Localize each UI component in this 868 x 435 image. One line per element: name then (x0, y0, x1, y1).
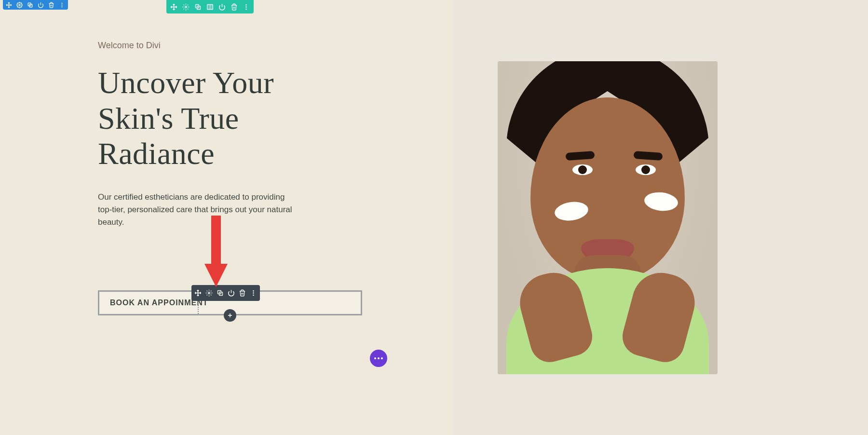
power-icon[interactable] (218, 3, 226, 11)
svg-point-6 (61, 6, 62, 7)
hero-body[interactable]: Our certified estheticians are dedicated… (98, 191, 300, 229)
hero-title[interactable]: Uncover Your Skin's True Radiance (98, 65, 300, 172)
add-module-button[interactable] (224, 309, 236, 322)
trash-icon[interactable] (48, 2, 54, 8)
floating-action-button[interactable] (370, 350, 387, 367)
gear-icon[interactable] (205, 289, 213, 297)
svg-marker-27 (204, 264, 228, 287)
columns-icon[interactable] (206, 3, 214, 11)
more-icon[interactable] (59, 2, 65, 8)
power-icon[interactable] (228, 289, 235, 297)
dot-icon (381, 357, 383, 359)
duplicate-icon[interactable] (194, 3, 202, 11)
svg-point-14 (245, 4, 247, 5)
hero-image[interactable] (498, 61, 718, 374)
svg-point-21 (253, 290, 254, 292)
move-icon[interactable] (170, 3, 177, 11)
power-icon[interactable] (38, 2, 44, 8)
right-column (453, 0, 868, 435)
svg-rect-10 (207, 4, 213, 9)
gear-icon[interactable] (16, 2, 23, 8)
dot-icon (378, 357, 380, 359)
trash-icon[interactable] (239, 289, 246, 297)
svg-point-15 (245, 6, 247, 8)
hero-subtitle[interactable]: Welcome to Divi (98, 41, 300, 51)
more-icon[interactable] (243, 3, 250, 11)
hero-content: Welcome to Divi Uncover Your Skin's True… (98, 41, 300, 229)
svg-point-0 (19, 4, 20, 5)
left-column: Welcome to Divi Uncover Your Skin's True… (0, 0, 453, 435)
gear-icon[interactable] (182, 3, 190, 11)
dot-icon (374, 357, 376, 359)
svg-point-4 (61, 2, 62, 3)
section-toolbar (3, 0, 68, 10)
move-icon[interactable] (6, 2, 12, 8)
move-icon[interactable] (194, 289, 202, 297)
svg-point-23 (253, 295, 254, 296)
svg-point-16 (245, 8, 247, 10)
svg-point-17 (208, 292, 210, 294)
more-icon[interactable] (250, 289, 257, 297)
module-toolbar (191, 285, 260, 301)
svg-point-7 (185, 6, 187, 8)
svg-point-22 (253, 292, 254, 294)
trash-icon[interactable] (231, 3, 238, 11)
page-canvas: Welcome to Divi Uncover Your Skin's True… (0, 0, 868, 435)
duplicate-icon[interactable] (217, 289, 224, 297)
duplicate-icon[interactable] (27, 2, 33, 8)
svg-point-5 (61, 4, 62, 5)
button-module: BOOK AN APPOINMENT (98, 290, 362, 315)
row-toolbar (166, 0, 254, 14)
